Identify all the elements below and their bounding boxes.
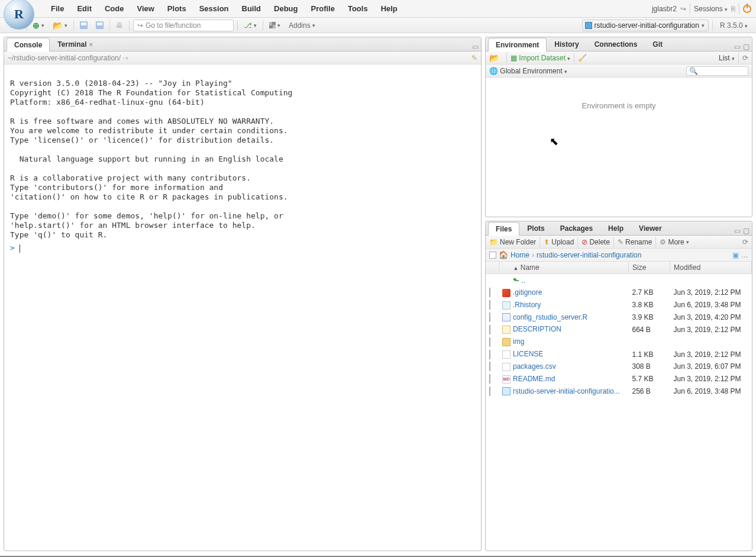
file-row[interactable]: img — [486, 336, 752, 348]
file-row[interactable]: DESCRIPTION664 BJun 3, 2019, 2:12 PM — [486, 323, 752, 336]
crumb-home[interactable]: Home — [511, 251, 529, 259]
col-modified[interactable]: Modified — [670, 262, 752, 274]
view-list-button[interactable]: List ▾ — [719, 54, 735, 62]
console-prompt[interactable]: > — [10, 243, 15, 252]
maximize-icon[interactable]: ▢ — [743, 227, 749, 235]
console-working-dir[interactable]: ~/rstudio-server-initial-configuration/ … — [8, 54, 128, 62]
file-checkbox[interactable] — [489, 337, 490, 347]
tab-console[interactable]: Console — [7, 38, 50, 51]
panes-button[interactable]: ▾ — [267, 21, 283, 30]
pane-popup-icon[interactable]: ▭ — [472, 43, 479, 51]
file-row[interactable]: .gitignore2.7 KBJun 3, 2019, 2:12 PM — [486, 286, 752, 299]
delete-button[interactable]: ⊘Delete — [581, 238, 610, 246]
goto-project-dir-icon[interactable]: ▣ — [732, 251, 739, 259]
menu-file[interactable]: File — [45, 1, 70, 16]
menu-help[interactable]: Help — [375, 1, 403, 16]
quit-session-icon[interactable] — [743, 5, 751, 13]
file-name-link[interactable]: DESCRIPTION — [513, 325, 561, 333]
menu-session[interactable]: Session — [193, 1, 235, 16]
file-checkbox[interactable] — [489, 362, 490, 371]
maximize-icon[interactable]: ▢ — [743, 43, 749, 51]
file-row[interactable]: config_rstudio_server.R3.9 KBJun 3, 2019… — [486, 311, 752, 324]
project-menu[interactable]: rstudio-server-initial-configuration ▾ — [582, 20, 709, 31]
menu-view[interactable]: View — [131, 1, 160, 16]
sign-out-icon[interactable]: ↪ — [680, 5, 686, 13]
goto-file-input[interactable]: ↪Go to file/function — [133, 20, 234, 31]
file-row[interactable]: .Rhistory3.8 KBJun 6, 2019, 3:48 PM — [486, 299, 752, 311]
tab-git[interactable]: Git — [645, 37, 670, 51]
new-session-icon[interactable]: ⎘ — [731, 5, 735, 13]
file-row[interactable]: rstudio-server-initial-configuratio...25… — [486, 385, 752, 398]
file-size: 664 B — [629, 323, 670, 336]
more-path-icon[interactable]: … — [741, 251, 748, 259]
save-all-button[interactable] — [93, 20, 106, 30]
tab-terminal[interactable]: Terminal× — [50, 37, 101, 51]
refresh-env-icon[interactable]: ⟳ — [742, 54, 748, 62]
file-name-link[interactable]: .gitignore — [513, 288, 542, 297]
menu-profile[interactable]: Profile — [305, 1, 340, 16]
file-name-link[interactable]: LICENSE — [513, 350, 543, 358]
menu-debug[interactable]: Debug — [268, 1, 303, 16]
file-name-link[interactable]: README.md — [513, 375, 555, 383]
tab-plots2[interactable]: Plots — [519, 221, 552, 235]
minimize-icon[interactable]: ▭ — [734, 43, 741, 51]
file-checkbox[interactable] — [489, 313, 490, 322]
file-name-link[interactable]: img — [513, 337, 524, 346]
clear-console-icon[interactable]: ✎ — [471, 54, 477, 62]
username: jglasbr2 — [652, 5, 677, 13]
menu-edit[interactable]: Edit — [71, 1, 98, 16]
col-size[interactable]: Size — [629, 262, 670, 274]
file-checkbox[interactable] — [489, 288, 490, 297]
menu-code[interactable]: Code — [99, 1, 130, 16]
crumb-dir[interactable]: rstudio-server-initial-configuration — [537, 251, 641, 259]
file-checkbox[interactable] — [489, 387, 490, 396]
home-icon[interactable]: 🏠 — [499, 250, 508, 259]
rename-button[interactable]: ✎Rename — [618, 238, 652, 246]
file-row[interactable]: MDREADME.md5.7 KBJun 3, 2019, 2:12 PM — [486, 373, 752, 385]
vcs-button[interactable]: ⎇▾ — [241, 20, 259, 31]
file-name-link[interactable]: packages.csv — [513, 362, 556, 371]
col-name[interactable]: ▲ Name — [499, 262, 629, 274]
clear-objects-icon[interactable]: 🧹 — [578, 54, 587, 62]
more-menu[interactable]: ⚙More ▾ — [660, 238, 689, 246]
file-checkbox[interactable] — [489, 325, 490, 334]
addins-menu[interactable]: Addins ▾ — [286, 20, 318, 31]
menu-plots[interactable]: Plots — [161, 1, 192, 16]
select-all-checkbox[interactable] — [489, 252, 496, 259]
save-button[interactable] — [77, 20, 90, 30]
new-folder-button[interactable]: 📁New Folder — [489, 238, 536, 246]
file-row[interactable]: LICENSE1.1 KBJun 3, 2019, 2:12 PM — [486, 348, 752, 360]
file-size — [629, 336, 670, 348]
import-dataset-button[interactable]: ▦ Import Dataset ▾ — [511, 54, 570, 62]
env-tabs: Environment History Connections Git ▭ ▢ — [486, 37, 752, 51]
tab-help[interactable]: Help — [600, 221, 631, 235]
open-file-button[interactable]: 📂▾ — [50, 20, 70, 31]
file-row[interactable]: packages.csv308 BJun 3, 2019, 6:07 PM — [486, 360, 752, 373]
parent-dir-row[interactable]: ⬑ .. — [486, 274, 752, 287]
menu-tools[interactable]: Tools — [342, 1, 374, 16]
file-name-link[interactable]: rstudio-server-initial-configuratio... — [513, 387, 620, 395]
file-checkbox[interactable] — [489, 350, 490, 359]
r-version-menu[interactable]: R 3.5.0 ▾ — [716, 20, 751, 31]
tab-history[interactable]: History — [547, 37, 586, 51]
sessions-menu[interactable]: Sessions ▾ — [694, 5, 728, 13]
print-button[interactable]: 🖶 — [114, 20, 125, 31]
menu-build[interactable]: Build — [236, 1, 267, 16]
environment-scope[interactable]: 🌐 Global Environment ▾ — [489, 67, 567, 75]
file-checkbox[interactable] — [489, 374, 490, 384]
tab-files[interactable]: Files — [488, 222, 519, 236]
load-workspace-icon[interactable]: 📂 — [489, 53, 499, 63]
upload-button[interactable]: ⬆Upload — [544, 238, 574, 246]
tab-packages[interactable]: Packages — [553, 221, 600, 235]
tab-environment[interactable]: Environment — [488, 38, 547, 51]
refresh-files-icon[interactable]: ⟳ — [742, 238, 748, 246]
file-name-link[interactable]: config_rstudio_server.R — [513, 313, 587, 321]
close-icon[interactable]: × — [89, 41, 92, 48]
file-name-link[interactable]: .Rhistory — [513, 301, 541, 309]
file-checkbox[interactable] — [489, 300, 490, 310]
tab-viewer[interactable]: Viewer — [631, 221, 669, 235]
tab-connections[interactable]: Connections — [587, 37, 645, 51]
env-search-input[interactable]: 🔍 — [686, 66, 748, 76]
env-empty-msg: Environment is empty — [486, 78, 752, 110]
minimize-icon[interactable]: ▭ — [734, 227, 741, 235]
